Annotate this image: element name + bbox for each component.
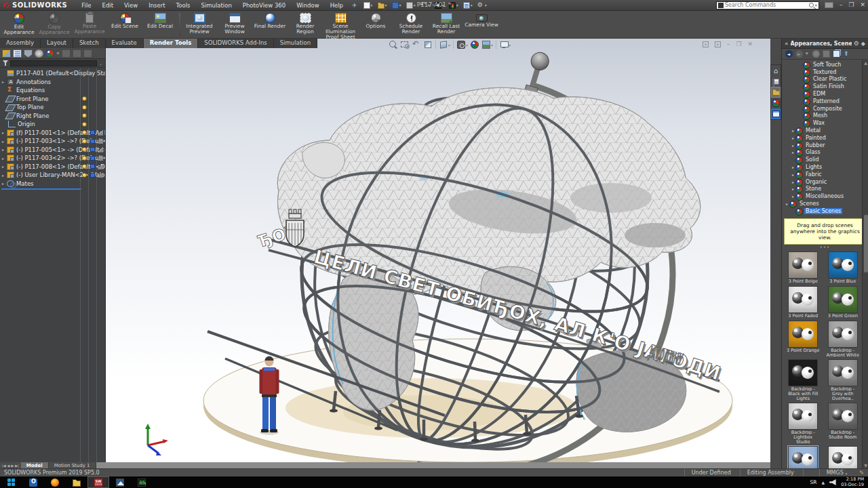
menu-item[interactable]: View: [119, 1, 142, 9]
task-pane-gear-icon[interactable]: ⚙: [854, 40, 859, 47]
headsup-icon[interactable]: ▾: [482, 41, 493, 49]
rollback-bar[interactable]: [1, 188, 81, 190]
scene-thumbnail[interactable]: Backdrop - Grey with Overhea..: [826, 359, 860, 401]
appearance-tree-row[interactable]: ▸ Painted: [782, 134, 868, 142]
taskbar-app[interactable]: [45, 477, 65, 487]
appearance-tree-row[interactable]: ▸ Textured: [782, 68, 868, 76]
taskbar-app[interactable]: [132, 477, 152, 487]
headsup-icon[interactable]: ▾: [439, 41, 450, 49]
ribbon-button[interactable]: Integrated Preview: [182, 12, 217, 38]
ribbon-button[interactable]: Schedule Render: [393, 12, 429, 38]
appearance-tree-row[interactable]: ▸ Fabric: [782, 171, 868, 178]
scene-thumbnail[interactable]: 3 Point Blue: [826, 251, 860, 285]
globe-model-view[interactable]: ЦЕЛИ СВЕТ ОБИЂОХ, АЛ К'О ЈАГОДИНУ ЦЕЛИ С…: [106, 39, 770, 462]
doc-minimize-button[interactable]: –: [727, 41, 730, 47]
quick-icon[interactable]: ▾: [461, 1, 475, 10]
extra-tab-icon[interactable]: [62, 49, 71, 58]
headsup-icon[interactable]: [453, 41, 454, 49]
taskbar-app[interactable]: [1, 477, 22, 487]
appearance-tree-row[interactable]: ▸ Stone: [782, 186, 868, 193]
restore-button[interactable]: ❐: [848, 2, 854, 8]
tree-row[interactable]: ▸ (f) P117-001<1> (Default<As Mac: [0, 129, 105, 138]
extra-tab-icon[interactable]: [83, 49, 92, 58]
file-explorer-tab-icon[interactable]: [771, 87, 781, 98]
appearance-tree-row[interactable]: ▸ Scenes: [782, 200, 868, 207]
command-tab[interactable]: SOLIDWORKS Add-Ins: [198, 39, 273, 48]
featuremanager-tab-icon[interactable]: [2, 49, 11, 58]
extra-tab-icon[interactable]: [73, 49, 81, 58]
status-segment[interactable]: Under Defined: [684, 469, 740, 476]
model-tab[interactable]: Model: [21, 462, 49, 468]
headsup-icon[interactable]: [389, 41, 398, 49]
tab-nav-arrow-icon[interactable]: |◀: [2, 464, 6, 468]
status-segment[interactable]: [803, 469, 819, 476]
quick-icon[interactable]: ▾: [376, 1, 389, 10]
design-library-icon[interactable]: [771, 76, 781, 87]
command-tab[interactable]: Evaluate: [106, 39, 144, 48]
scrollbar-thumb[interactable]: [864, 215, 868, 272]
ribbon-button[interactable]: Scene Illumination Proof Sheet: [323, 12, 358, 38]
appearances-tab-icon[interactable]: [771, 98, 781, 108]
menu-item[interactable]: Insert: [144, 1, 170, 9]
scene-thumbnail[interactable]: 3 Point Orange: [786, 321, 820, 358]
help-window-icon[interactable]: [825, 2, 833, 8]
headsup-icon[interactable]: ▾: [457, 41, 468, 49]
back-icon[interactable]: [785, 50, 793, 58]
tab-nav-arrow-icon[interactable]: ▶: [11, 464, 14, 468]
scene-thumbnail[interactable]: Backdrop - Black with Fill Lights: [786, 359, 820, 401]
tree-row[interactable]: ▸ Annotations: [0, 78, 105, 87]
headsup-icon[interactable]: [401, 41, 410, 49]
appearance-tree-row[interactable]: ▸ Lights: [782, 163, 868, 171]
command-tab[interactable]: Sketch: [73, 39, 106, 48]
collapse-chevron-icon[interactable]: «: [785, 40, 789, 47]
headsup-icon[interactable]: [471, 41, 479, 49]
graphics-area[interactable]: ЦЕЛИ СВЕТ ОБИЂОХ, АЛ К'О ЈАГОДИНУ ЦЕЛИ С…: [106, 39, 770, 462]
appearance-tree-row[interactable]: ▸ EDM: [782, 90, 868, 98]
appearance-tree-row[interactable]: ▸ Organic: [782, 178, 868, 186]
command-tab[interactable]: Simulation: [274, 39, 317, 48]
tree-row[interactable]: ▸ (-) P117-003<2> ->? (Default<<D: [0, 154, 105, 163]
appearance-tree-row[interactable]: ▸ Metal: [782, 127, 868, 134]
taskbar-app[interactable]: [66, 477, 87, 487]
tree-row[interactable]: ▸ Front Plane: [0, 95, 105, 104]
quick-icon[interactable]: ▾: [475, 1, 489, 10]
command-tab[interactable]: Render Tools: [144, 39, 199, 48]
scene-thumbnail[interactable]: 3 Point Beige: [786, 251, 820, 285]
tree-row[interactable]: ▸ Mates: [0, 180, 105, 188]
search-icon[interactable]: [809, 3, 814, 7]
scene-thumbnail[interactable]: 3 Point Green: [826, 286, 860, 319]
tab-nav-arrow-icon[interactable]: ◀: [7, 464, 10, 468]
taskbar-app[interactable]: [88, 477, 108, 487]
appearance-tree-row[interactable]: ▸ Solid: [782, 156, 868, 163]
menu-pin-icon[interactable]: ✈: [352, 2, 357, 9]
tree-root-row[interactable]: ▸ P117-A01 (Default<Display State-1>): [0, 69, 105, 78]
doc-tile-icon[interactable]: +: [703, 41, 709, 47]
appearance-tree-row[interactable]: ▸ Satin Finish: [782, 83, 868, 90]
menu-item[interactable]: File: [77, 1, 96, 9]
filter-input[interactable]: [10, 60, 97, 66]
copy-scene-icon[interactable]: [833, 50, 840, 58]
doc-cascade-icon[interactable]: +: [715, 41, 721, 47]
close-button[interactable]: ✕: [860, 2, 865, 8]
scene-thumbnail[interactable]: Backdrop - Studio with Fill Lights: [786, 446, 820, 468]
ribbon-button[interactable]: Camera View: [464, 12, 499, 38]
search-scope-icon[interactable]: [718, 3, 724, 8]
ribbon-button[interactable]: [179, 13, 180, 37]
custom-properties-tab-icon[interactable]: [771, 108, 781, 119]
model-tab[interactable]: Motion Study 1: [49, 462, 96, 468]
task-pane-scrollbar[interactable]: ▲ ▼: [862, 60, 868, 468]
clock[interactable]: 2:18 PM 03-Dec-19: [841, 477, 864, 487]
scene-thumbnail[interactable]: Backdrop - Lightbox Studio: [786, 403, 820, 445]
ribbon-button[interactable]: Copy Appearance: [37, 12, 72, 38]
headsup-icon[interactable]: [496, 41, 497, 49]
headsup-icon[interactable]: [435, 41, 437, 49]
quick-icon[interactable]: ▾: [404, 1, 418, 10]
appearance-tree-row[interactable]: ▸ Miscellaneous: [782, 192, 868, 200]
filter-caret-icon[interactable]: ⌄: [99, 61, 102, 66]
ribbon-button[interactable]: Edit Decal: [142, 12, 178, 38]
tree-row[interactable]: ▸ (-) P117-008<1> (Default<<Defau: [0, 163, 105, 171]
scene-thumbnail[interactable]: Backdrop - Ambient White: [826, 321, 860, 358]
task-pane-pin-icon[interactable]: ◆: [861, 41, 865, 47]
minimize-button[interactable]: –: [840, 2, 843, 8]
menu-item[interactable]: Edit: [98, 1, 118, 9]
